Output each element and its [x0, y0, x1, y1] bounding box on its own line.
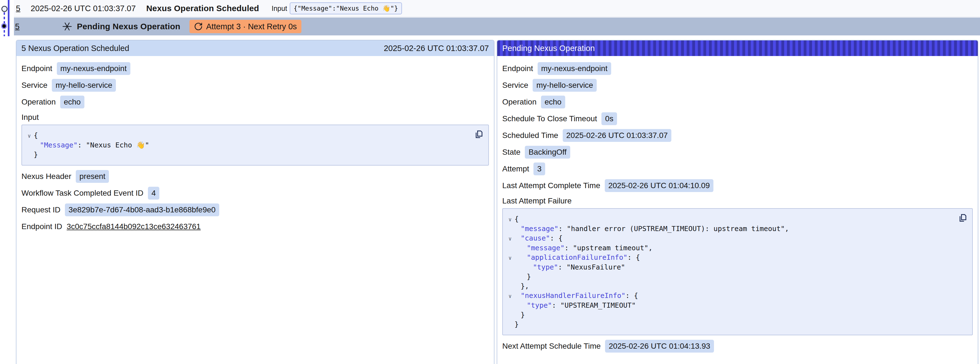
event-summary-row[interactable]: 5 2025-02-26 UTC 01:03:37.07 Nexus Opera… — [14, 0, 980, 17]
copy-button[interactable] — [474, 129, 484, 139]
pending-operation-panel: Pending Nexus Operation Endpointmy-nexus… — [497, 40, 978, 364]
code-line: }, — [506, 281, 953, 291]
field-value: 0s — [601, 112, 617, 125]
json-text: { — [514, 214, 519, 224]
field-label: Request ID — [21, 205, 60, 214]
code-line: } — [506, 310, 953, 320]
json-key: "type" — [533, 263, 558, 272]
json-text: } — [514, 320, 519, 329]
field-row-scheduled-time: Scheduled Time2025-02-26 UTC 01:03:37.07 — [502, 129, 973, 142]
code-line: ∨"applicationFailureInfo": { — [506, 253, 953, 263]
json-text: } — [521, 310, 525, 320]
failure-json-block: ∨{"message": "handler error (UPSTREAM_TI… — [502, 208, 973, 335]
json-key: "Message" — [40, 140, 78, 150]
code-line: ∨"nexusHandlerFailureInfo": { — [506, 291, 953, 301]
event-id-link[interactable]: 5 — [16, 4, 20, 13]
copy-icon — [958, 213, 968, 223]
code-line: "type": "NexusFailure" — [506, 263, 953, 272]
code-line: "Message": "Nexus Echo 👋" — [25, 140, 469, 150]
json-key: "type" — [527, 301, 552, 310]
field-value[interactable]: 3c0c75ccfa8144b092c13ce632463761 — [67, 222, 200, 231]
field-row-endpoint: Endpointmy-nexus-endpoint — [502, 62, 973, 75]
json-key: "message" — [521, 224, 558, 233]
copy-icon — [474, 129, 484, 139]
field-label: Attempt — [502, 164, 529, 173]
code-line: } — [506, 320, 953, 329]
scheduled-event-panel: 5 Nexus Operation Scheduled 2025-02-26 U… — [16, 40, 495, 364]
field-label: Endpoint — [21, 64, 52, 73]
collapse-arrow-icon[interactable]: ∨ — [506, 253, 514, 263]
field-row-schedule-to-close-timeout: Schedule To Close Timeout0s — [502, 112, 973, 125]
field-label: Next Attempt Schedule Time — [502, 342, 601, 351]
code-line: ∨{ — [506, 214, 953, 224]
code-line: ∨{ — [25, 131, 469, 140]
json-key: "nexusHandlerFailureInfo" — [521, 291, 625, 300]
pending-id-link[interactable]: 5 — [15, 22, 19, 31]
field-label: Service — [21, 81, 47, 90]
field-value: my-nexus-endpoint — [538, 62, 611, 75]
field-row-attempt: Attempt3 — [502, 163, 973, 175]
timeline-event-marker-open[interactable] — [2, 6, 8, 12]
json-text: : "Nexus Echo 👋" — [78, 140, 149, 150]
timeline-line — [8, 0, 10, 36]
field-row-request-id: Request ID3e829b7e-7d67-4b08-aad3-b1e868… — [21, 203, 489, 216]
panel-timestamp: 2025-02-26 UTC 01:03:37.07 — [384, 44, 489, 53]
field-list: Nexus HeaderpresentWorkflow Task Complet… — [21, 170, 489, 233]
code-line: } — [506, 272, 953, 281]
field-value: present — [76, 170, 109, 183]
field-value: 2025-02-26 UTC 01:04:13.93 — [605, 340, 714, 353]
field-label: Workflow Task Completed Event ID — [21, 189, 143, 198]
json-text: : "NexusFailure" — [558, 263, 625, 272]
json-text: } — [527, 272, 531, 281]
field-label: State — [502, 148, 520, 156]
collapse-arrow-icon[interactable]: ∨ — [25, 131, 34, 140]
input-json-lines: ∨{"Message": "Nexus Echo 👋"} — [25, 131, 469, 160]
field-value: echo — [60, 96, 84, 109]
field-row-operation: Operationecho — [502, 96, 973, 109]
field-row-operation: Operationecho — [21, 96, 489, 109]
scheduled-event-panel-header: 5 Nexus Operation Scheduled 2025-02-26 U… — [16, 40, 494, 56]
field-row-last-attempt-complete-time: Last Attempt Complete Time2025-02-26 UTC… — [502, 179, 973, 192]
field-list: Next Attempt Schedule Time2025-02-26 UTC… — [502, 340, 973, 353]
collapse-arrow-icon[interactable]: ∨ — [506, 291, 514, 301]
field-label: Endpoint — [502, 64, 533, 73]
retry-icon — [194, 22, 203, 31]
field-row-workflow-task-completed-event-id: Workflow Task Completed Event ID4 — [21, 187, 489, 200]
field-label: Nexus Header — [21, 172, 71, 181]
field-value: my-nexus-endpoint — [57, 62, 130, 75]
field-value: my-hello-service — [533, 79, 597, 92]
field-value: 4 — [148, 187, 160, 200]
field-label: Operation — [502, 97, 536, 107]
panel-title: Pending Nexus Operation — [502, 44, 595, 53]
event-title: Nexus Operation Scheduled — [146, 4, 259, 13]
json-text: : "UPSTREAM_TIMEOUT" — [552, 301, 636, 310]
field-value: 3 — [533, 163, 545, 175]
panel-title: 5 Nexus Operation Scheduled — [21, 44, 129, 53]
field-value: BackingOff — [525, 146, 570, 159]
json-key: "message" — [527, 243, 565, 253]
attempt-retry-badge: Attempt 3 · Next Retry 0s — [189, 20, 301, 33]
field-row-state: StateBackingOff — [502, 146, 973, 159]
json-text: : { — [627, 253, 640, 262]
event-input-preview[interactable]: {"Message":"Nexus Echo 👋"} — [290, 3, 402, 14]
timeline-event-marker-current[interactable] — [1, 23, 7, 29]
field-value: echo — [541, 96, 565, 109]
field-label: Endpoint ID — [21, 222, 62, 231]
field-list: Endpointmy-nexus-endpointServicemy-hello… — [21, 62, 489, 109]
event-detail-panels: 5 Nexus Operation Scheduled 2025-02-26 U… — [16, 40, 978, 364]
scheduled-event-panel-body: Endpointmy-nexus-endpointServicemy-hello… — [16, 56, 494, 242]
collapse-arrow-icon[interactable]: ∨ — [506, 215, 514, 224]
collapse-arrow-icon[interactable]: ∨ — [506, 234, 514, 243]
json-key: "cause" — [521, 233, 550, 243]
code-line: } — [25, 150, 469, 160]
copy-button[interactable] — [958, 213, 968, 223]
input-block-label: Input — [21, 113, 489, 122]
pending-operation-panel-body: Endpointmy-nexus-endpointServicemy-hello… — [497, 56, 978, 361]
field-row-service: Servicemy-hello-service — [21, 79, 489, 92]
field-label: Last Attempt Complete Time — [502, 181, 600, 190]
pending-operation-row[interactable]: 5 Pending Nexus Operation Attempt 3 · Ne… — [14, 18, 980, 35]
failure-json-lines: ∨{"message": "handler error (UPSTREAM_TI… — [506, 214, 953, 329]
field-row-endpoint: Endpointmy-nexus-endpoint — [21, 62, 489, 75]
code-line: "message": "upstream timeout", — [506, 243, 953, 253]
field-label: Operation — [21, 97, 56, 107]
